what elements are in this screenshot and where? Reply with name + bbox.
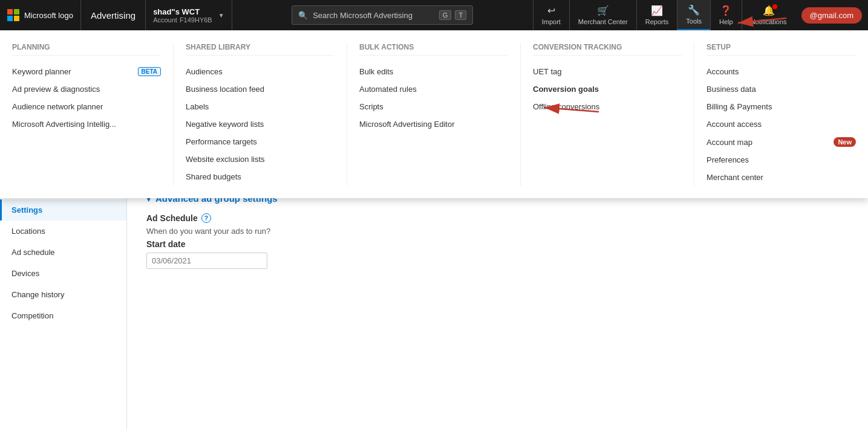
mega-item-audience-network[interactable]: Audience network planner xyxy=(12,98,161,115)
shared-library-title: Shared Library xyxy=(186,43,334,56)
merchant-center-action[interactable]: 🛒 Merchant Center xyxy=(569,0,636,30)
mega-col-planning: Planning Keyword planner BETA Ad preview… xyxy=(0,43,174,186)
account-map-label: Account map xyxy=(706,138,752,147)
bulk-edits-label: Bulk edits xyxy=(359,67,393,76)
mega-item-audiences[interactable]: Audiences xyxy=(186,63,334,80)
help-action[interactable]: ❓ Help xyxy=(710,0,742,30)
labels-label: Labels xyxy=(186,102,209,111)
keyword-planner-beta-badge: BETA xyxy=(138,67,161,76)
search-input[interactable]: 🔍 Search Microsoft Advertising G T xyxy=(292,5,473,25)
tools-icon: 🔧 xyxy=(688,4,700,16)
uet-tag-label: UET tag xyxy=(533,67,561,76)
billing-label: Billing & Payments xyxy=(706,102,772,111)
account-chevron-icon: ▼ xyxy=(218,12,224,19)
keyword-planner-label: Keyword planner xyxy=(12,67,71,76)
top-actions: ↩ Import 🛒 Merchant Center 📈 Reports 🔧 T… xyxy=(533,0,868,30)
mega-item-offline-conversions[interactable]: Offline conversions xyxy=(533,98,682,115)
account-access-label: Account access xyxy=(706,120,762,129)
planning-title: Planning xyxy=(12,43,161,56)
offline-conversions-label: Offline conversions xyxy=(533,102,599,111)
mega-item-account-map[interactable]: Account map New xyxy=(706,133,856,151)
tools-label: Tools xyxy=(686,18,702,25)
microsoft-logo-area[interactable]: Microsoft logo xyxy=(0,0,81,30)
account-name: shad"s WCT xyxy=(153,7,212,16)
setup-title: Setup xyxy=(706,43,856,56)
shared-budgets-label: Shared budgets xyxy=(186,172,241,181)
mega-item-business-data[interactable]: Business data xyxy=(706,80,856,98)
import-label: Import xyxy=(542,18,561,25)
mega-item-accounts[interactable]: Accounts xyxy=(706,63,856,80)
search-area: 🔍 Search Microsoft Advertising G T xyxy=(232,0,533,30)
search-key-g: G xyxy=(439,10,452,20)
ad-preview-label: Ad preview & diagnostics xyxy=(12,85,100,94)
conversion-tracking-title: Conversion tracking xyxy=(533,43,682,56)
microsoft-logo xyxy=(7,9,19,21)
account-id: F149HY6B xyxy=(180,16,212,24)
mega-col-bulk-actions: Bulk actions Bulk edits Automated rules … xyxy=(347,43,521,186)
reports-label: Reports xyxy=(645,18,669,25)
search-icon: 🔍 xyxy=(298,11,308,20)
preferences-label: Preferences xyxy=(706,155,749,164)
mega-item-billing[interactable]: Billing & Payments xyxy=(706,98,856,115)
bulk-actions-title: Bulk actions xyxy=(359,43,508,56)
merchant-center-menu-label: Merchant center xyxy=(706,173,763,182)
merchant-center-label: Merchant Center xyxy=(578,18,628,25)
audience-network-label: Audience network planner xyxy=(12,102,103,111)
import-action[interactable]: ↩ Import xyxy=(533,0,569,30)
mega-item-performance-targets[interactable]: Performance targets xyxy=(186,133,334,150)
import-icon: ↩ xyxy=(547,5,555,16)
tools-action[interactable]: 🔧 Tools xyxy=(677,0,710,30)
mega-item-account-access[interactable]: Account access xyxy=(706,115,856,133)
mega-item-ms-editor[interactable]: Microsoft Advertising Editor xyxy=(359,115,508,133)
business-data-label: Business data xyxy=(706,85,756,94)
account-label: Account xyxy=(153,16,177,24)
mega-col-setup: Setup Accounts Business data Billing & P… xyxy=(694,43,868,186)
mega-item-automated-rules[interactable]: Automated rules xyxy=(359,80,508,98)
mega-menu-overlay: Planning Keyword planner BETA Ad preview… xyxy=(0,30,868,429)
reports-icon: 📈 xyxy=(651,5,663,16)
account-selector[interactable]: shad"s WCT Account F149HY6B ▼ xyxy=(146,0,232,30)
help-label: Help xyxy=(719,18,733,25)
mega-item-shared-budgets[interactable]: Shared budgets xyxy=(186,168,334,185)
mega-item-uet-tag[interactable]: UET tag xyxy=(533,63,682,80)
audiences-label: Audiences xyxy=(186,67,223,76)
account-map-new-badge: New xyxy=(834,137,856,147)
ms-editor-label: Microsoft Advertising Editor xyxy=(359,120,455,129)
mega-item-negative-keywords[interactable]: Negative keyword lists xyxy=(186,115,334,133)
mega-item-conversion-goals[interactable]: Conversion goals xyxy=(533,80,682,98)
mega-col-shared-library: Shared Library Audiences Business locati… xyxy=(174,43,347,186)
mega-menu: Planning Keyword planner BETA Ad preview… xyxy=(0,30,868,198)
notifications-icon: 🔔 xyxy=(763,5,775,16)
scripts-label: Scripts xyxy=(359,102,383,111)
mega-item-keyword-planner[interactable]: Keyword planner BETA xyxy=(12,63,161,80)
performance-targets-label: Performance targets xyxy=(186,137,257,146)
automated-rules-label: Automated rules xyxy=(359,85,417,94)
notifications-action[interactable]: 🔔 Notifications xyxy=(742,0,795,30)
mega-item-website-exclusion[interactable]: Website exclusion lists xyxy=(186,150,334,168)
mega-item-business-location[interactable]: Business location feed xyxy=(186,80,334,98)
mega-item-ad-preview[interactable]: Ad preview & diagnostics xyxy=(12,80,161,98)
merchant-center-icon: 🛒 xyxy=(597,5,609,16)
mega-item-labels[interactable]: Labels xyxy=(186,98,334,115)
mega-item-bulk-edits[interactable]: Bulk edits xyxy=(359,63,508,80)
search-placeholder: Search Microsoft Advertising xyxy=(313,11,434,20)
help-icon: ❓ xyxy=(720,5,732,16)
ms-intelligence-label: Microsoft Advertising Intellig... xyxy=(12,120,116,129)
microsoft-text: Microsoft logo xyxy=(24,11,73,20)
top-navigation: Microsoft logo Advertising shad"s WCT Ac… xyxy=(0,0,868,30)
negative-keywords-label: Negative keyword lists xyxy=(186,120,264,129)
mega-col-conversion-tracking: Conversion tracking UET tag Conversion g… xyxy=(521,43,694,186)
accounts-label: Accounts xyxy=(706,67,739,76)
conversion-goals-label: Conversion goals xyxy=(533,85,599,94)
reports-action[interactable]: 📈 Reports xyxy=(636,0,677,30)
mega-item-scripts[interactable]: Scripts xyxy=(359,98,508,115)
brand-name: Advertising xyxy=(81,0,146,30)
mega-item-ms-intelligence[interactable]: Microsoft Advertising Intellig... xyxy=(12,115,161,133)
business-location-label: Business location feed xyxy=(186,85,264,94)
notifications-label: Notifications xyxy=(751,18,787,25)
mega-item-merchant-center[interactable]: Merchant center xyxy=(706,169,856,186)
user-account-button[interactable]: @gmail.com xyxy=(801,7,862,24)
search-key-t: T xyxy=(455,10,466,20)
website-exclusion-label: Website exclusion lists xyxy=(186,155,265,164)
mega-item-preferences[interactable]: Preferences xyxy=(706,151,856,169)
